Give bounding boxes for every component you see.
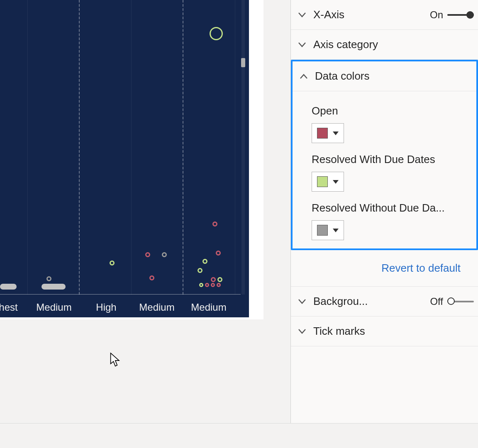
data-point[interactable] — [211, 277, 216, 282]
data-point[interactable] — [162, 252, 167, 257]
data-point[interactable] — [217, 277, 222, 282]
data-point[interactable] — [198, 268, 202, 273]
data-point[interactable] — [205, 283, 209, 287]
color-swatch — [317, 225, 328, 236]
x-tick-label: Medium — [36, 302, 71, 313]
toggle-label: On — [430, 9, 443, 21]
data-point[interactable] — [217, 283, 221, 287]
caret-down-icon — [333, 229, 339, 232]
chevron-down-icon — [298, 10, 307, 19]
section-label: Axis category — [313, 38, 474, 51]
data-point[interactable] — [202, 259, 207, 264]
section-label: Tick marks — [313, 325, 474, 338]
data-point[interactable] — [216, 251, 221, 256]
xaxis-toggle[interactable] — [447, 11, 474, 19]
data-point[interactable] — [110, 261, 115, 265]
x-tick-label: Medium — [139, 302, 174, 313]
color-swatch — [317, 128, 328, 139]
data-point[interactable] — [199, 283, 203, 287]
panel-section-xaxis[interactable]: X-Axis On — [291, 0, 478, 30]
color-picker-resolved-with[interactable] — [312, 172, 344, 192]
panel-section-tick-marks[interactable]: Tick marks — [291, 317, 478, 346]
data-point[interactable] — [149, 275, 154, 280]
caret-down-icon — [333, 131, 339, 135]
chart-canvas: hest Medium High Medium Medium — [0, 0, 249, 317]
data-cluster[interactable] — [41, 284, 66, 290]
chevron-down-icon — [298, 297, 307, 306]
scroll-thumb[interactable] — [241, 58, 245, 67]
x-tick-label: hest — [0, 302, 18, 313]
revert-to-default-link[interactable]: Revert to default — [291, 250, 478, 287]
footer-strip — [0, 423, 478, 448]
color-item-label: Open — [312, 105, 471, 117]
chevron-up-icon — [299, 72, 308, 81]
data-colors-highlight: Data colors Open Resolved With Due Dates… — [291, 60, 478, 250]
data-point[interactable] — [46, 276, 51, 281]
mouse-cursor-icon — [110, 353, 122, 368]
data-point[interactable] — [211, 283, 215, 287]
x-tick-label: Medium — [191, 302, 226, 313]
color-picker-open[interactable] — [312, 123, 344, 143]
color-picker-resolved-without[interactable] — [312, 220, 344, 240]
data-point[interactable] — [212, 222, 217, 226]
format-panel: X-Axis On Axis category Data colors Open… — [290, 0, 478, 423]
chevron-down-icon — [298, 40, 307, 49]
chart-scrollbar[interactable] — [241, 0, 245, 295]
chevron-down-icon — [298, 327, 307, 336]
panel-section-axis-category[interactable]: Axis category — [291, 30, 478, 60]
data-cluster[interactable] — [0, 284, 17, 290]
data-point[interactable] — [145, 252, 150, 257]
color-swatch — [317, 176, 328, 187]
panel-section-background[interactable]: Backgrou... Off — [291, 287, 478, 317]
caret-down-icon — [333, 180, 339, 184]
data-point[interactable] — [210, 27, 223, 40]
section-label: Backgrou... — [313, 295, 430, 308]
section-label: Data colors — [315, 70, 472, 83]
x-tick-label: High — [96, 302, 116, 313]
color-item-label: Resolved Without Due Da... — [312, 202, 471, 214]
panel-section-data-colors[interactable]: Data colors — [293, 61, 476, 91]
chart-visual[interactable]: hest Medium High Medium Medium — [0, 0, 263, 319]
toggle-label: Off — [430, 296, 443, 307]
background-toggle[interactable] — [447, 298, 474, 305]
section-label: X-Axis — [313, 8, 430, 21]
color-item-label: Resolved With Due Dates — [312, 153, 471, 166]
